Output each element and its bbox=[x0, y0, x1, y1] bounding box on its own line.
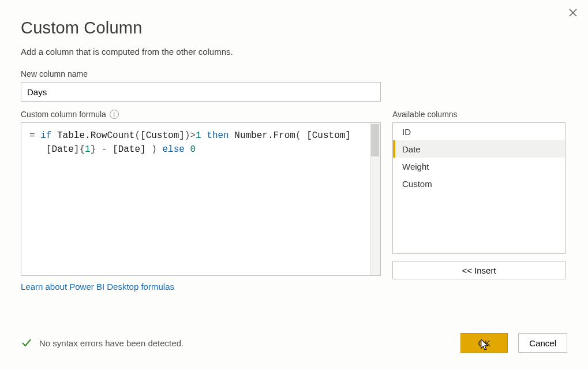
formula-label-text: Custom column formula bbox=[21, 110, 106, 119]
close-button[interactable] bbox=[566, 6, 580, 20]
column-item-id[interactable]: ID bbox=[393, 123, 565, 140]
available-columns-label: Available columns bbox=[392, 110, 565, 119]
dialog-subtitle: Add a column that is computed from the o… bbox=[21, 47, 567, 57]
dialog-buttons: OK Cancel bbox=[460, 333, 567, 353]
formula-scrollbar[interactable] bbox=[370, 123, 380, 275]
status-row: No syntax errors have been detected. bbox=[21, 337, 183, 350]
column-item-weight[interactable]: Weight bbox=[393, 158, 565, 175]
scroll-thumb[interactable] bbox=[371, 124, 379, 156]
formula-text: = if Table.RowCount([Custom])>1 then Num… bbox=[21, 123, 380, 162]
available-columns-list: ID Date Weight Custom bbox=[392, 122, 565, 254]
new-column-name-input[interactable] bbox=[21, 82, 381, 102]
status-text: No syntax errors have been detected. bbox=[39, 338, 183, 348]
close-icon bbox=[568, 8, 578, 17]
column-item-custom[interactable]: Custom bbox=[393, 175, 565, 192]
formula-label: Custom column formula i bbox=[21, 110, 381, 119]
column-item-date[interactable]: Date bbox=[393, 140, 565, 158]
custom-column-dialog: Custom Column Add a column that is compu… bbox=[0, 0, 588, 370]
check-icon bbox=[21, 337, 32, 350]
ok-button[interactable]: OK bbox=[460, 333, 508, 353]
info-icon[interactable]: i bbox=[110, 110, 119, 119]
insert-button[interactable]: << Insert bbox=[392, 261, 565, 279]
learn-formulas-link[interactable]: Learn about Power BI Desktop formulas bbox=[21, 282, 174, 291]
formula-editor[interactable]: = if Table.RowCount([Custom])>1 then Num… bbox=[21, 122, 381, 276]
dialog-title: Custom Column bbox=[21, 18, 567, 38]
cancel-button[interactable]: Cancel bbox=[518, 333, 567, 353]
new-column-name-label: New column name bbox=[21, 69, 567, 79]
